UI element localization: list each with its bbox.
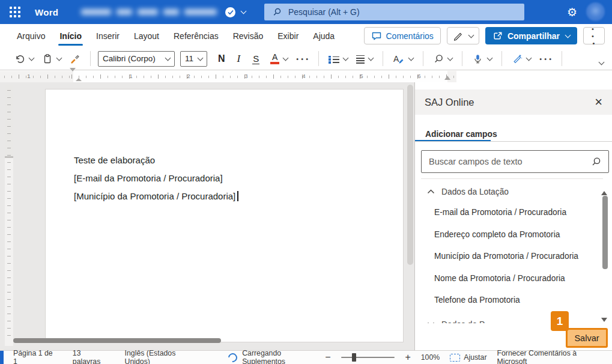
app-launcher-icon[interactable] xyxy=(10,7,20,17)
feedback-link[interactable]: Fornecer Comentários à Microsoft xyxy=(497,349,606,364)
bullet-list-button[interactable] xyxy=(326,52,350,64)
bold-letter: N xyxy=(218,53,225,64)
ruler-number: 5 xyxy=(360,73,363,79)
paste-button[interactable] xyxy=(40,52,64,66)
collapse-ribbon-icon[interactable] xyxy=(599,59,605,65)
bold-button[interactable]: N xyxy=(216,52,228,66)
document-title-redacted[interactable] xyxy=(81,7,218,17)
field-item-endereco-promotoria[interactable]: Endereço completo da Promotoria xyxy=(421,228,592,241)
zoom-level[interactable]: 100% xyxy=(421,353,440,362)
indent-marker[interactable] xyxy=(70,71,76,82)
alignment-button[interactable] xyxy=(354,52,375,65)
doc-line-2[interactable]: [E-mail da Promotoria / Procuradoria] xyxy=(74,169,238,187)
font-color-icon: A xyxy=(270,53,279,64)
ruler-number: 6 xyxy=(417,73,420,79)
styles-button[interactable]: A xyxy=(390,52,416,66)
chevron-down-icon xyxy=(368,55,374,61)
chevron-down-icon xyxy=(487,55,493,61)
ribbon-tab-bar: Arquivo Início Inserir Layout Referência… xyxy=(0,24,612,47)
save-status-icon[interactable] xyxy=(225,7,235,17)
font-color-button[interactable]: A xyxy=(268,51,290,66)
ribbon-tab-layout[interactable]: Layout xyxy=(127,25,166,47)
document-page[interactable]: Teste de elaboração [E-mail da Promotori… xyxy=(45,89,404,342)
scroll-up-icon[interactable] xyxy=(601,181,607,195)
comments-button[interactable]: Comentários xyxy=(364,27,441,44)
ribbon-more-button[interactable] xyxy=(583,27,605,44)
addin-loading-label: Carregando Suplementos xyxy=(242,349,325,364)
doc-line-1[interactable]: Teste de elaboração xyxy=(74,151,238,169)
fit-label: Ajustar xyxy=(464,353,486,362)
chevron-down-icon xyxy=(283,55,289,61)
field-item-telefone-promotoria[interactable]: Telefone da Promotoria xyxy=(421,293,592,306)
tab-adicionar-campos[interactable]: Adicionar campos xyxy=(425,130,497,139)
undo-button[interactable] xyxy=(12,52,36,66)
dictate-button[interactable] xyxy=(470,52,494,66)
font-size-value: 11 xyxy=(185,54,193,63)
horizontal-scrollbar-thumb[interactable] xyxy=(13,338,221,343)
field-item-email-promotoria[interactable]: E-mail da Promotoria / Procuradoria xyxy=(421,205,592,219)
ribbon-tab-exibir[interactable]: Exibir xyxy=(270,25,306,47)
chevron-down-icon xyxy=(427,322,435,323)
field-item-municipio-promotoria[interactable]: Município da Promotoria / Procuradoria xyxy=(421,249,592,262)
font-name-select[interactable]: Calibri (Corpo) xyxy=(98,51,175,67)
chevron-down-icon xyxy=(343,55,349,61)
addin-panel-saj-online: SAJ Online Adicionar campos Buscar campo… xyxy=(414,82,612,350)
ribbon-tab-referencias[interactable]: Referências xyxy=(166,25,226,47)
format-painter-button[interactable] xyxy=(67,52,83,65)
field-item-nome-promotoria[interactable]: Nome da Promotoria / Procuradoria xyxy=(421,271,592,285)
save-status-chevron-icon[interactable] xyxy=(241,8,247,14)
ruler-number: 1 xyxy=(27,73,30,79)
close-icon[interactable] xyxy=(595,96,602,109)
panel-scrollbar[interactable] xyxy=(601,181,608,323)
quick-toolbar: Calibri (Corpo) 11 N I S A A xyxy=(0,47,612,70)
ruler-number: 3 xyxy=(244,73,247,79)
language-indicator[interactable]: Inglês (Estados Unidos) xyxy=(125,349,202,364)
ribbon-tab-inicio[interactable]: Início xyxy=(52,25,89,47)
find-button[interactable] xyxy=(431,52,455,66)
right-indent-marker[interactable] xyxy=(444,76,450,80)
font-size-select[interactable]: 11 xyxy=(180,51,207,67)
panel-header: SAJ Online xyxy=(415,89,612,115)
divider xyxy=(90,51,91,66)
undo-icon xyxy=(14,53,25,64)
user-avatar[interactable] xyxy=(586,2,605,21)
document-text[interactable]: Teste de elaboração [E-mail da Promotori… xyxy=(74,151,238,205)
toolbar-more-button[interactable] xyxy=(537,53,554,64)
clipboard-icon xyxy=(42,53,53,64)
font-more-button[interactable] xyxy=(294,53,311,64)
microphone-icon xyxy=(472,53,483,64)
ribbon-tab-revisao[interactable]: Revisão xyxy=(226,25,271,47)
status-corner-accent xyxy=(0,351,4,364)
ribbon-tab-inserir[interactable]: Inserir xyxy=(89,25,127,47)
vertical-scrollbar-thumb[interactable] xyxy=(407,85,413,265)
doc-line-3[interactable]: [Município da Promotoria / Procuradoria] xyxy=(74,187,238,205)
page-indicator[interactable]: Página 1 de 1 xyxy=(13,349,58,364)
zoom-in-button[interactable]: + xyxy=(405,353,410,362)
word-count[interactable]: 13 palavras xyxy=(73,349,111,364)
alignment-icon xyxy=(356,53,365,64)
ribbon-tab-arquivo[interactable]: Arquivo xyxy=(10,25,52,47)
italic-letter: I xyxy=(237,53,241,65)
zoom-out-button[interactable]: − xyxy=(325,353,330,362)
settings-gear-icon[interactable] xyxy=(567,0,577,24)
share-button[interactable]: Compartilhar xyxy=(485,27,577,44)
italic-button[interactable]: I xyxy=(235,51,243,67)
titlebar-search-input[interactable]: Pesquisar (Alt + G) xyxy=(264,4,524,20)
divider xyxy=(462,51,462,66)
search-icon xyxy=(590,157,601,167)
section-dados-da-lotacao[interactable]: Dados da Lotação xyxy=(421,185,592,198)
zoom-slider[interactable] xyxy=(341,357,395,358)
save-button[interactable]: Salvar xyxy=(566,328,608,348)
check-icon xyxy=(228,10,234,15)
tab-border xyxy=(415,141,612,142)
underline-button[interactable]: S xyxy=(250,52,262,66)
text-cursor xyxy=(237,191,238,201)
fit-to-page-button[interactable]: Ajustar xyxy=(450,353,486,362)
panel-search-input[interactable]: Buscar campos de texto xyxy=(421,150,609,173)
ribbon-tab-ajuda[interactable]: Ajuda xyxy=(306,25,342,47)
editor-button[interactable] xyxy=(509,52,533,66)
panel-scrollbar-thumb[interactable] xyxy=(602,196,608,269)
editing-mode-button[interactable] xyxy=(447,27,479,44)
magnifier-icon xyxy=(433,53,444,64)
zoom-slider-thumb[interactable] xyxy=(352,353,356,362)
